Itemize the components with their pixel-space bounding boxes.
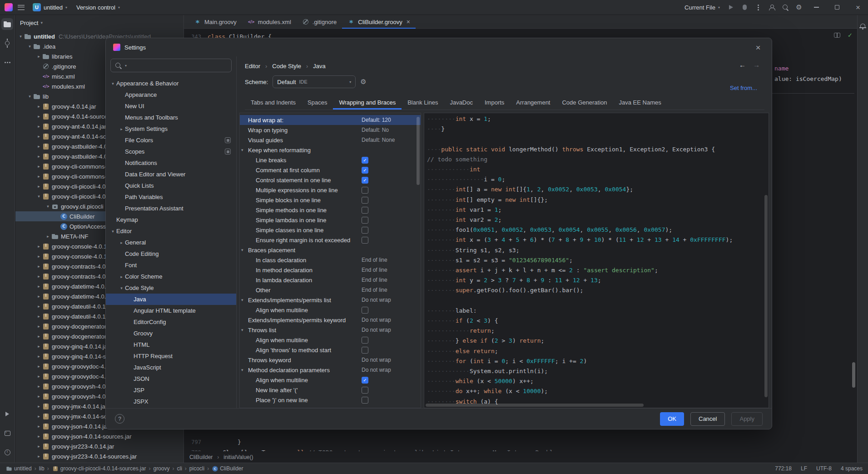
option-new-line-after[interactable]: New line after '(' — [240, 385, 421, 395]
chevron-right-icon[interactable]: ▸ — [35, 324, 42, 329]
settings-nav-item-jspx[interactable]: JSPX — [106, 396, 236, 407]
project-tool-button[interactable] — [1, 18, 13, 30]
checkbox[interactable] — [362, 387, 368, 394]
chevron-down-icon[interactable]: ▾ — [241, 405, 243, 408]
project-widget[interactable]: U untitled ▾ — [29, 2, 71, 13]
checkbox[interactable] — [362, 337, 368, 344]
chevron-right-icon[interactable]: ▸ — [35, 274, 42, 279]
breadcrumb-class[interactable]: CliBuilder — [189, 454, 213, 460]
chevron-right-icon[interactable]: ▸ — [35, 294, 42, 299]
chevron-right-icon[interactable]: ▸ — [35, 254, 42, 259]
option-align-when-multiline[interactable]: Align when multiline — [240, 305, 421, 315]
chevron-right-icon[interactable]: ▸ — [35, 344, 42, 349]
checkbox[interactable] — [362, 197, 368, 204]
checkbox[interactable] — [362, 347, 368, 354]
commit-tool-button[interactable] — [1, 37, 13, 49]
option-value[interactable]: End of line — [362, 257, 387, 263]
settings-nav-item-groovy[interactable]: Groovy — [106, 328, 236, 339]
nav-bar-item-groovy-cli-picocli-4-0-14-sources-jar[interactable]: groovy-cli-picocli-4.0.14-sources.jar — [52, 465, 146, 472]
settings-nav-item-javascript[interactable]: JavaScript — [106, 362, 236, 373]
status-widget-772-18[interactable]: 772:18 — [775, 465, 792, 472]
scheme-dropdown[interactable]: Default IDE ▾ — [273, 75, 356, 88]
main-menu-button[interactable] — [15, 1, 27, 13]
chevron-right-icon[interactable]: ▸ — [35, 444, 42, 449]
checkbox[interactable] — [362, 187, 368, 194]
chevron-right-icon[interactable]: ▸ — [35, 114, 42, 119]
chevron-right-icon[interactable]: ▸ — [35, 334, 42, 339]
option-extends-implements-permits-list[interactable]: ▾Extends/implements/permits listDo not w… — [240, 295, 421, 305]
chevron-right-icon[interactable]: ▸ — [118, 240, 125, 245]
chevron-right-icon[interactable]: ▸ — [35, 164, 42, 169]
option-multiple-expressions-in-one-line[interactable]: Multiple expressions in one line — [240, 185, 421, 195]
settings-breadcrumb-item[interactable]: Editor — [245, 63, 260, 70]
chevron-right-icon[interactable]: ▸ — [35, 354, 42, 359]
settings-nav-item-editor[interactable]: ▾Editor — [106, 225, 236, 237]
run-tool-button[interactable] — [1, 408, 13, 420]
settings-nav-item-code-editing[interactable]: Code Editing — [106, 248, 236, 259]
maximize-button[interactable] — [827, 0, 847, 15]
chevron-right-icon[interactable]: ▸ — [35, 404, 42, 409]
chevron-right-icon[interactable]: ▸ — [35, 434, 42, 439]
settings-breadcrumb-item[interactable]: Java — [313, 63, 325, 70]
chevron-right-icon[interactable]: ▸ — [35, 414, 42, 419]
option-keep-when-reformatting[interactable]: ▾Keep when reformatting — [240, 145, 421, 155]
settings-nav-item-file-colors[interactable]: File Colors — [106, 135, 236, 146]
settings-tab-arrangement[interactable]: Arrangement — [510, 95, 556, 110]
settings-nav-item-java[interactable]: Java — [106, 294, 236, 305]
chevron-right-icon[interactable]: ▸ — [35, 264, 42, 269]
close-tab-icon[interactable]: × — [407, 19, 410, 25]
settings-nav-item-angular-html-template[interactable]: Angular HTML template — [106, 305, 236, 316]
nav-bar-item-cli[interactable]: cli — [177, 465, 182, 472]
settings-nav-item-font[interactable]: Font — [106, 259, 236, 271]
settings-breadcrumb-item[interactable]: Code Style — [272, 63, 301, 70]
settings-nav-item-html[interactable]: HTML — [106, 339, 236, 350]
editor-tab-modules-xml[interactable]: </>modules.xml — [242, 15, 297, 29]
option-value[interactable]: Do not wrap — [362, 357, 391, 363]
option-in-lambda-declaration[interactable]: In lambda declarationEnd of line — [240, 275, 421, 285]
settings-tab-javadoc[interactable]: JavaDoc — [444, 95, 479, 110]
editor-tab-main-groovy[interactable]: *Main.groovy — [188, 15, 242, 29]
chevron-right-icon[interactable]: ▸ — [35, 304, 42, 309]
ide-logo-icon[interactable] — [5, 3, 13, 11]
status-widget-utf-8[interactable]: UTF-8 — [816, 465, 832, 472]
options-scrollbar-thumb[interactable] — [417, 117, 420, 185]
chevron-right-icon[interactable]: ▸ — [35, 154, 42, 159]
minimize-button[interactable] — [806, 0, 826, 15]
run-configuration-widget[interactable]: Current File ▾ — [681, 3, 724, 12]
option-value[interactable]: End of line — [362, 287, 387, 293]
preview-horizontal-scrollbar-thumb[interactable] — [426, 404, 644, 407]
option-value[interactable]: End of line — [362, 277, 387, 283]
settings-nav-item-json[interactable]: JSON — [106, 373, 236, 384]
option-method-declaration-parameters[interactable]: ▾Method declaration parametersDo not wra… — [240, 365, 421, 375]
settings-tab-java-ee-names[interactable]: Java EE Names — [613, 95, 667, 110]
settings-nav-item-path-variables[interactable]: Path Variables — [106, 191, 236, 203]
option-wrap-on-typing[interactable]: Wrap on typingDefault: No — [240, 125, 421, 135]
option-simple-classes-in-one-line[interactable]: Simple classes in one line — [240, 225, 421, 235]
chevron-down-icon[interactable]: ▾ — [109, 229, 116, 234]
breadcrumb-method[interactable]: initialValue() — [223, 454, 253, 460]
settings-tab-wrapping-and-braces[interactable]: Wrapping and Braces — [333, 95, 402, 110]
chevron-right-icon[interactable]: ▸ — [45, 234, 51, 239]
checkbox[interactable] — [362, 207, 368, 214]
option-in-method-declaration[interactable]: In method declarationEnd of line — [240, 265, 421, 275]
chevron-right-icon[interactable]: ▸ — [118, 127, 125, 131]
option-align-when-multiline[interactable]: Align when multiline✓ — [240, 375, 421, 385]
dialog-close-button[interactable]: × — [752, 41, 764, 54]
settings-tab-code-generation[interactable]: Code Generation — [556, 95, 613, 110]
scheme-actions-button[interactable]: ⚙ — [360, 79, 366, 85]
settings-nav-item-menus-and-toolbars[interactable]: Menus and Toolbars — [106, 112, 236, 123]
settings-tab-imports[interactable]: Imports — [479, 95, 510, 110]
settings-tab-tabs-and-indents[interactable]: Tabs and Indents — [245, 95, 302, 110]
chevron-down-icon[interactable]: ▾ — [241, 325, 243, 335]
settings-nav-item-quick-lists[interactable]: Quick Lists — [106, 180, 236, 191]
option-align-when-multiline[interactable]: Align when multiline — [240, 335, 421, 345]
option-in-class-declaration[interactable]: In class declarationEnd of line — [240, 255, 421, 265]
option-value[interactable]: End of line — [362, 267, 387, 273]
code-with-me-button[interactable] — [765, 1, 778, 13]
chevron-right-icon[interactable]: ▸ — [35, 184, 42, 189]
option-control-statement-in-one-line[interactable]: Control statement in one line✓ — [240, 175, 421, 185]
chevron-right-icon[interactable]: ▸ — [35, 54, 42, 59]
chevron-down-icon[interactable]: ▾ — [241, 245, 243, 255]
editor-tab-gitignore[interactable]: .gitignore — [297, 15, 342, 29]
option-method-call-arguments[interactable]: ▾Method call argumentsDo not wrap — [240, 405, 421, 408]
